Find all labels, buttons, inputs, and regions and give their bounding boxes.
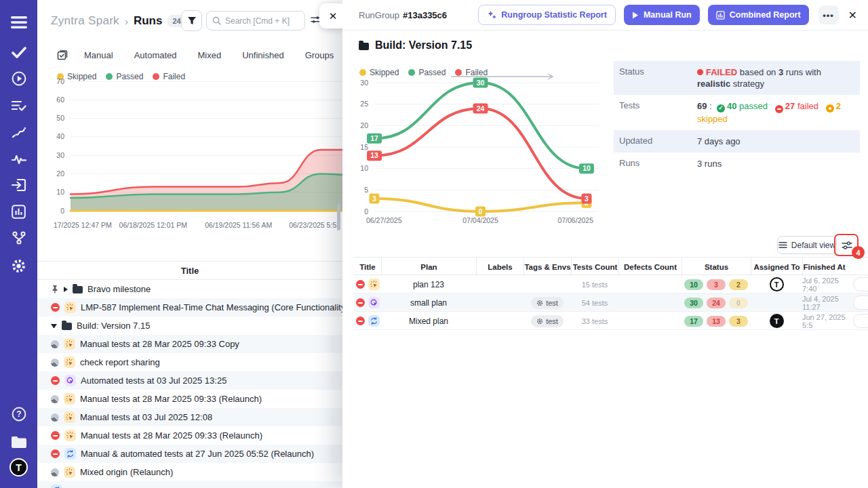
legend-skipped[interactable]: Skipped	[359, 68, 399, 77]
run-list-item[interactable]: Mixed origin (Relaunch)	[37, 463, 342, 481]
manual-run-button[interactable]: Manual Run	[624, 5, 700, 25]
list-check-icon[interactable]	[0, 96, 37, 116]
legend-dot	[455, 69, 462, 76]
more-actions-button[interactable]: •••	[818, 5, 839, 24]
breadcrumb: Zyntra Spark › Runs 243	[51, 12, 190, 30]
tab-mixed[interactable]: Mixed	[198, 50, 222, 60]
run-list-item[interactable]: Manual tests at 28 Mar 2025 09:33 (Relau…	[37, 426, 342, 445]
detail-status-row: Status FAILED based on 3 runs with reali…	[614, 61, 860, 95]
group-run-row[interactable]: small plantest54 tests30240Jul 4, 2025 1…	[354, 293, 868, 312]
git-branch-icon[interactable]	[0, 228, 37, 248]
failed-status-icon	[51, 431, 60, 440]
column-header-defects-count[interactable]: Defects Count	[618, 258, 682, 276]
select-all-icon[interactable]	[57, 49, 68, 60]
manual-run-icon	[64, 411, 75, 423]
assigned-cell: T	[751, 275, 802, 293]
svg-text:60: 60	[56, 96, 64, 104]
runs-list-header: Title	[37, 261, 342, 280]
tab-manual[interactable]: Manual	[84, 50, 113, 60]
tab-unfinished[interactable]: Unfinished	[242, 50, 283, 60]
close-icon[interactable]: ✕	[319, 3, 342, 28]
run-list-item[interactable]: Build: Version 7.15	[37, 317, 342, 335]
run-type-cell	[354, 293, 381, 312]
help-icon[interactable]: ?	[0, 404, 37, 424]
svg-text:0: 0	[364, 207, 368, 216]
column-header-title[interactable]: Title	[354, 258, 381, 276]
plan-cell: Mixed plan	[381, 312, 476, 330]
svg-text:50: 50	[56, 114, 64, 122]
check-icon[interactable]	[0, 42, 37, 62]
tag-pill[interactable]: test	[531, 297, 564, 309]
run-list-item[interactable]: Manual tests at 28 Mar 2025 09:33 Copy	[37, 335, 342, 353]
scrollbar[interactable]	[337, 203, 340, 230]
failed-count-pill: 13	[707, 316, 726, 327]
group-run-row[interactable]: plan 12315 tests1032TJul 6, 2025 7:40	[354, 275, 868, 293]
tab-automated[interactable]: Automated	[134, 50, 177, 60]
play-circle-icon[interactable]	[0, 68, 37, 89]
chevron-down-icon[interactable]	[51, 324, 57, 328]
run-title: Build: Version 7.15	[77, 321, 150, 331]
svg-text:15: 15	[360, 143, 368, 151]
run-list-item[interactable]: LMP-587 Implement Real-Time Chat Messagi…	[37, 298, 342, 317]
rungroup-statistic-report-button[interactable]: Rungroup Statistic Report	[478, 5, 616, 25]
group-run-row[interactable]: Mixed plantest33 tests17133TJun 27, 2025…	[354, 312, 868, 330]
legend-failed[interactable]: Failed	[455, 68, 488, 77]
column-header-plan[interactable]: Plan	[381, 258, 476, 276]
activity-icon[interactable]	[0, 149, 37, 169]
search-icon	[212, 16, 221, 25]
column-header-labels[interactable]: Labels	[476, 258, 524, 276]
run-list-item[interactable]: Manual & automated tests at 27 Jun 2025 …	[37, 445, 342, 463]
row-actions-button[interactable]	[853, 277, 868, 291]
svg-text:10: 10	[56, 188, 64, 196]
failed-count-pill: 3	[707, 279, 726, 290]
column-header-tests-count[interactable]: Tests Count	[571, 258, 618, 276]
filter-button[interactable]	[181, 10, 202, 31]
run-list-item[interactable]: Manual tests at 28 Mar 2025 09:33 (Relau…	[37, 390, 342, 408]
default-view-button[interactable]: Default view	[777, 236, 837, 254]
folder-icon[interactable]	[0, 432, 37, 452]
run-title: Manual & automated tests at 27 Jun 2025 …	[81, 449, 314, 459]
tab-groups[interactable]: Groups	[305, 50, 334, 60]
assignee-avatar[interactable]: T	[770, 314, 784, 328]
run-list-item[interactable]: Manual tests at 03 Jul 2025 12:08	[37, 408, 342, 426]
skipped-dot-icon	[826, 104, 834, 113]
tags-cell: test	[524, 312, 571, 330]
sign-in-icon[interactable]	[0, 175, 37, 195]
svg-text:0: 0	[479, 207, 483, 216]
breadcrumb-project[interactable]: Zyntra Spark	[51, 14, 119, 28]
bar-chart-icon[interactable]	[0, 201, 37, 222]
steps-icon[interactable]	[0, 122, 37, 142]
column-header-tags-envs[interactable]: Tags & Envs	[524, 258, 571, 276]
row-actions-button[interactable]	[853, 296, 868, 310]
chevron-right-icon[interactable]	[64, 287, 68, 292]
tag-pill[interactable]: test	[531, 315, 564, 327]
legend-passed[interactable]: Passed	[408, 68, 446, 77]
run-title: Manual tests at 03 Jul 2025 12:08	[80, 412, 212, 422]
run-list-item[interactable]: Bravo milestone	[37, 280, 342, 298]
user-avatar[interactable]: T	[9, 458, 28, 476]
search-input[interactable]: Search [Cmd + K]	[206, 11, 305, 30]
tags-cell: test	[524, 293, 571, 312]
run-list-item[interactable]	[37, 481, 342, 488]
column-header-status[interactable]: Status	[682, 258, 751, 276]
gear-icon[interactable]	[0, 256, 37, 276]
status-failed-dot	[697, 69, 703, 75]
tests-count-cell: 15 tests	[571, 275, 618, 293]
column-header-finished-at[interactable]: Finished At	[802, 258, 846, 276]
drawer-close-icon[interactable]: ✕	[848, 9, 857, 22]
row-actions-button[interactable]	[853, 314, 868, 328]
detail-updated-row: Updated 7 days ago	[614, 130, 860, 152]
skipped-count-pill: 3	[729, 316, 748, 327]
run-list-item[interactable]: check report sharing	[37, 353, 342, 371]
manual-run-icon	[64, 466, 75, 478]
breadcrumb-page[interactable]: Runs	[134, 14, 163, 28]
run-list-item[interactable]: Automated tests at 03 Jul 2025 13:25	[37, 371, 342, 390]
status-cell: 30240	[682, 293, 751, 312]
run-title: Automated tests at 03 Jul 2025 13:25	[81, 375, 226, 386]
plan-cell: small plan	[381, 293, 476, 312]
menu-icon[interactable]	[0, 12, 37, 33]
column-header-assigned-to[interactable]: Assigned To	[751, 258, 802, 276]
run-type-cell	[354, 312, 381, 330]
assignee-avatar[interactable]: T	[770, 277, 784, 291]
combined-report-button[interactable]: Combined Report	[708, 5, 809, 25]
